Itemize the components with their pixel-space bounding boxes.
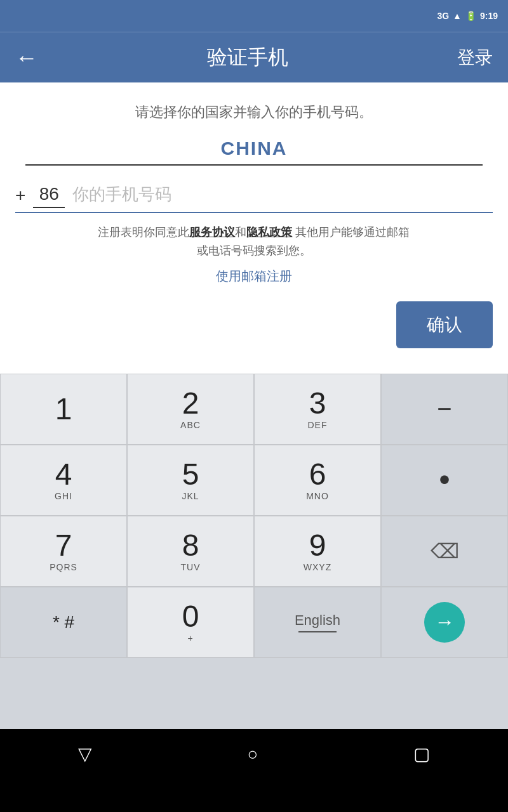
subtitle-text: 请选择你的国家并输入你的手机号码。 xyxy=(15,102,493,122)
key-english[interactable]: English xyxy=(254,587,381,658)
signal-bars: ▲ xyxy=(453,11,462,21)
keyboard-row-1: 1 2 ABC 3 DEF − xyxy=(0,374,508,445)
key-1[interactable]: 1 xyxy=(0,374,127,445)
login-button[interactable]: 登录 xyxy=(457,46,493,70)
key-star-hash[interactable]: * # xyxy=(0,587,127,658)
key-7[interactable]: 7 PQRS xyxy=(0,516,127,587)
keyboard-row-2: 4 GHI 5 JKL 6 MNO • xyxy=(0,445,508,516)
confirm-button[interactable]: 确认 xyxy=(396,301,493,348)
country-code-display: 86 xyxy=(33,184,65,208)
home-nav-icon[interactable]: ○ xyxy=(248,744,258,764)
back-button[interactable]: ← xyxy=(15,44,38,71)
email-register-link[interactable]: 使用邮箱注册 xyxy=(15,268,493,285)
key-dash[interactable]: − xyxy=(381,374,508,445)
keyboard: 1 2 ABC 3 DEF − 4 GHI 5 JKL 6 MNO • xyxy=(0,374,508,729)
key-9[interactable]: 9 WXYZ xyxy=(254,516,381,587)
recent-nav-icon[interactable]: ▢ xyxy=(413,743,430,764)
keyboard-row-4: * # 0 + English → xyxy=(0,587,508,658)
terms-text: 注册表明你同意此服务协议和隐私政策 其他用户能够通过邮箱或电话号码搜索到您。 xyxy=(15,223,493,260)
status-icons: 3G ▲ 🔋 9:19 xyxy=(437,11,498,21)
terms-suffix1: 其他用户能够通过邮箱 xyxy=(292,226,410,239)
confirm-row: 确认 xyxy=(15,295,493,361)
time-display: 9:19 xyxy=(480,11,498,21)
country-selector[interactable]: CHINA xyxy=(15,138,493,159)
back-nav-icon[interactable]: ▽ xyxy=(78,743,92,764)
signal-icon: 3G xyxy=(437,11,449,21)
terms-and: 和 xyxy=(235,226,246,239)
plus-sign: + xyxy=(15,185,25,208)
key-6[interactable]: 6 MNO xyxy=(254,445,381,516)
key-next[interactable]: → xyxy=(381,587,508,658)
status-bar: 3G ▲ 🔋 9:19 xyxy=(0,0,508,32)
key-2[interactable]: 2 ABC xyxy=(127,374,254,445)
terms-prefix: 注册表明你同意此 xyxy=(98,226,189,239)
key-backspace[interactable]: ⌫ xyxy=(381,516,508,587)
key-0[interactable]: 0 + xyxy=(127,587,254,658)
bottom-nav: ▽ ○ ▢ xyxy=(0,729,508,780)
service-agreement-link[interactable]: 服务协议 xyxy=(189,226,235,239)
country-underline xyxy=(25,164,483,166)
country-name[interactable]: CHINA xyxy=(15,138,493,159)
battery-icon: 🔋 xyxy=(465,11,476,21)
main-content: 请选择你的国家并输入你的手机号码。 CHINA + 86 你的手机号码 注册表明… xyxy=(0,82,508,374)
phone-input-row: + 86 你的手机号码 xyxy=(15,183,493,213)
key-period[interactable]: • xyxy=(381,445,508,516)
key-3[interactable]: 3 DEF xyxy=(254,374,381,445)
terms-suffix2: 或电话号码搜索到您。 xyxy=(197,244,311,257)
top-bar: ← 验证手机 登录 xyxy=(0,32,508,82)
next-arrow-button[interactable]: → xyxy=(424,602,465,643)
key-4[interactable]: 4 GHI xyxy=(0,445,127,516)
key-5[interactable]: 5 JKL xyxy=(127,445,254,516)
key-8[interactable]: 8 TUV xyxy=(127,516,254,587)
page-title: 验证手机 xyxy=(207,44,288,72)
privacy-policy-link[interactable]: 隐私政策 xyxy=(246,226,292,239)
phone-input-placeholder[interactable]: 你的手机号码 xyxy=(72,183,493,208)
keyboard-row-3: 7 PQRS 8 TUV 9 WXYZ ⌫ xyxy=(0,516,508,587)
